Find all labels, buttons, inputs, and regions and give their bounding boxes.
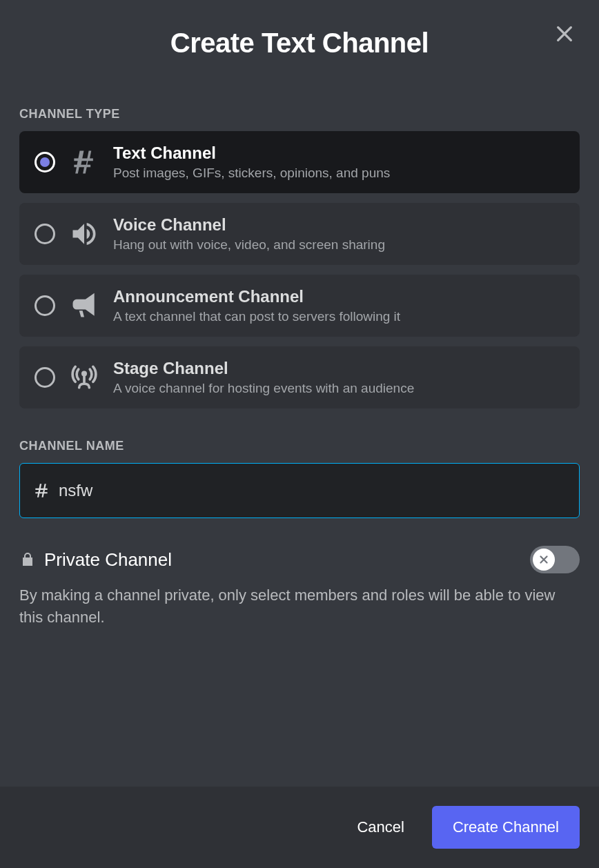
type-desc: Hang out with voice, video, and screen s…	[113, 237, 385, 253]
type-title: Voice Channel	[113, 215, 385, 235]
channel-name-input[interactable]	[59, 481, 567, 500]
type-desc: A text channel that can post to servers …	[113, 309, 400, 324]
close-icon	[553, 23, 576, 47]
channel-type-text[interactable]: Text Channel Post images, GIFs, stickers…	[19, 131, 580, 193]
megaphone-icon	[69, 290, 99, 321]
channel-type-list: Text Channel Post images, GIFs, stickers…	[19, 131, 580, 408]
channel-type-stage[interactable]: Stage Channel A voice channel for hostin…	[19, 346, 580, 408]
private-channel-toggle[interactable]	[530, 546, 580, 573]
channel-type-announcement[interactable]: Announcement Channel A text channel that…	[19, 275, 580, 337]
channel-name-label: CHANNEL NAME	[19, 439, 580, 453]
radio-announce	[35, 295, 55, 316]
type-title: Announcement Channel	[113, 287, 400, 306]
radio-text	[35, 152, 55, 172]
channel-type-voice[interactable]: Voice Channel Hang out with voice, video…	[19, 203, 580, 265]
modal-content: CHANNEL TYPE Text Channel Post images, G…	[0, 66, 599, 787]
type-desc: Post images, GIFs, stickers, opinions, a…	[113, 166, 390, 181]
hash-icon	[69, 147, 99, 177]
modal-footer: Cancel Create Channel	[0, 787, 599, 868]
speaker-icon	[69, 219, 99, 249]
type-title: Text Channel	[113, 144, 390, 163]
create-channel-button[interactable]: Create Channel	[432, 806, 580, 849]
private-channel-label: Private Channel	[44, 549, 172, 571]
modal-title: Create Text Channel	[21, 28, 578, 59]
stage-icon	[69, 362, 99, 393]
create-channel-modal: Create Text Channel CHANNEL TYPE Text Ch…	[0, 0, 599, 868]
radio-dot-icon	[40, 157, 50, 167]
radio-stage	[35, 367, 55, 388]
cancel-button[interactable]: Cancel	[336, 806, 424, 849]
type-desc: A voice channel for hosting events with …	[113, 381, 414, 396]
private-channel-description: By making a channel private, only select…	[19, 584, 580, 629]
type-title: Stage Channel	[113, 359, 414, 378]
channel-name-field[interactable]	[19, 463, 580, 518]
radio-voice	[35, 224, 55, 244]
channel-type-label: CHANNEL TYPE	[19, 107, 580, 121]
modal-header: Create Text Channel	[0, 0, 599, 66]
hash-icon	[32, 482, 50, 500]
close-button[interactable]	[551, 21, 578, 48]
private-channel-row: Private Channel	[19, 546, 580, 573]
toggle-knob	[533, 549, 555, 571]
lock-icon	[19, 551, 36, 568]
